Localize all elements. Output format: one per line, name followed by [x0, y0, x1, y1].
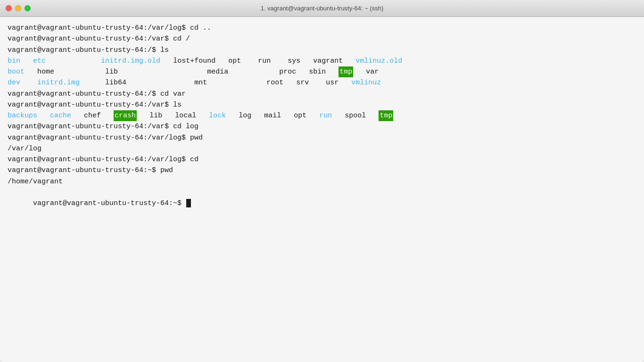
dir-vmlinuz-old: vmlinuz.old [355, 56, 402, 66]
dir-spool: spool [345, 110, 366, 121]
dir-chef: chef [84, 110, 101, 121]
dir-cache: cache [50, 110, 71, 121]
terminal-line: vagrant@vagrant-ubuntu-trusty-64:/var/lo… [8, 132, 636, 143]
terminal-line: vagrant@vagrant-ubuntu-trusty-64:~$ pwd [8, 165, 636, 176]
dir-media: media [207, 66, 228, 77]
traffic-lights [6, 5, 31, 11]
dir-bin: bin [8, 56, 20, 66]
terminal-line: vagrant@vagrant-ubuntu-trusty-64:/var$ c… [8, 33, 636, 44]
maximize-button[interactable] [25, 5, 31, 11]
dir-root: root [266, 77, 283, 88]
dir-mnt: mnt [194, 77, 207, 88]
dir-tmp-var: tmp [379, 110, 393, 121]
dir-opt: opt [228, 56, 241, 66]
cursor [186, 199, 191, 207]
dir-mail: mail [264, 110, 281, 121]
dir-lib: lib [105, 66, 118, 77]
dir-crash: crash [114, 110, 137, 121]
terminal-line: vagrant@vagrant-ubuntu-trusty-64:/$ cd v… [8, 89, 636, 99]
dir-usr: usr [326, 77, 339, 88]
dir-lib64: lib64 [105, 77, 126, 88]
dir-lock: lock [209, 110, 226, 121]
terminal-window: 1. vagrant@vagrant-ubuntu-trusty-64: ~ (… [0, 0, 644, 362]
dir-etc: etc [33, 56, 46, 66]
dir-sys: sys [288, 56, 300, 66]
dir-initrd-img-old: initrd.img.old [101, 56, 160, 66]
dir-tmp: tmp [339, 66, 353, 77]
dir-vmlinuz: vmlinuz [351, 77, 381, 88]
ls-var-output: backups cache chef crash lib local lock … [8, 110, 636, 121]
close-button[interactable] [6, 5, 12, 11]
terminal-line: vagrant@vagrant-ubuntu-trusty-64:/var$ l… [8, 99, 636, 110]
terminal-line: vagrant@vagrant-ubuntu-trusty-64:/var/lo… [8, 23, 636, 33]
dir-boot: boot [8, 66, 25, 77]
terminal-prompt-line[interactable]: vagrant@vagrant-ubuntu-trusty-64:~$ [8, 187, 636, 220]
dir-run: run [319, 110, 332, 121]
titlebar: 1. vagrant@vagrant-ubuntu-trusty-64: ~ (… [0, 0, 644, 17]
ls-output-row2: boot home lib media proc sbin tmp var [8, 66, 636, 77]
terminal-line: /var/log [8, 143, 636, 154]
prompt-text: vagrant@vagrant-ubuntu-trusty-64:~$ [33, 199, 186, 207]
dir-dev: dev [8, 77, 20, 88]
terminal-line: vagrant@vagrant-ubuntu-trusty-64:/var$ c… [8, 121, 636, 132]
dir-lost-found: lost+found [173, 56, 215, 66]
minimize-button[interactable] [15, 5, 21, 11]
ls-output-row3: dev initrd.img lib64 mnt root srv usr vm… [8, 77, 636, 88]
window-title: 1. vagrant@vagrant-ubuntu-trusty-64: ~ (… [261, 5, 384, 12]
dir-local: local [175, 110, 196, 121]
dir-run: run [258, 56, 271, 66]
ls-output-row1: bin etc initrd.img.old lost+found opt ru… [8, 56, 636, 66]
dir-vagrant: vagrant [313, 56, 343, 66]
terminal-body[interactable]: vagrant@vagrant-ubuntu-trusty-64:/var/lo… [0, 17, 644, 362]
dir-var: var [366, 66, 379, 77]
dir-srv: srv [296, 77, 309, 88]
terminal-line: vagrant@vagrant-ubuntu-trusty-64:/$ ls [8, 45, 636, 56]
dir-proc: proc [279, 66, 296, 77]
dir-lib: lib [149, 110, 162, 121]
dir-log: log [239, 110, 251, 121]
dir-sbin: sbin [309, 66, 326, 77]
dir-backups: backups [8, 110, 37, 121]
dir-home: home [37, 66, 54, 77]
terminal-line: /home/vagrant [8, 176, 636, 187]
dir-opt: opt [294, 110, 306, 121]
terminal-line: vagrant@vagrant-ubuntu-trusty-64:/var/lo… [8, 154, 636, 165]
dir-initrd-img: initrd.img [37, 77, 80, 88]
